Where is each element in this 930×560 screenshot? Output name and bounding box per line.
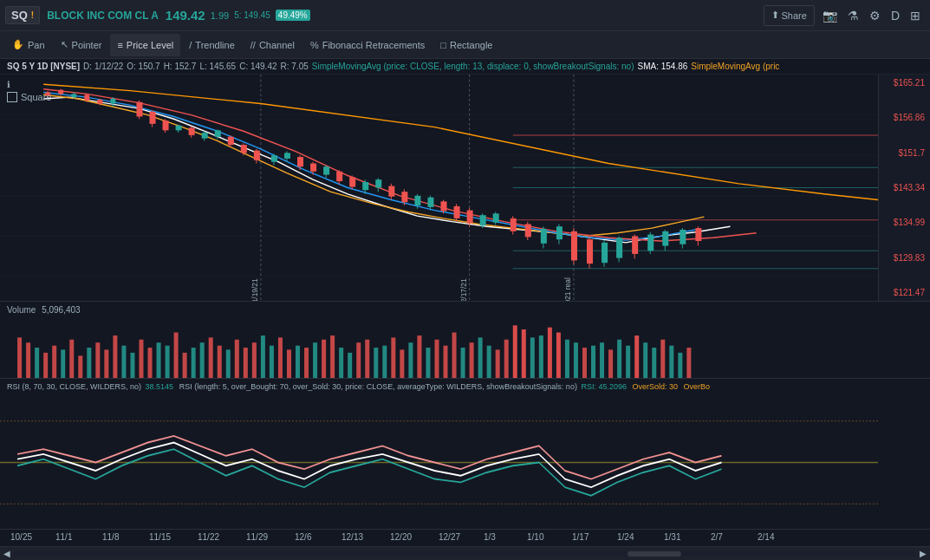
svg-rect-97: [616, 238, 622, 257]
time-110: 1/10: [527, 532, 543, 542]
camera-icon-btn[interactable]: 📷: [818, 6, 842, 25]
share-button[interactable]: ⬆ Share: [764, 5, 815, 26]
svg-rect-179: [591, 346, 595, 378]
price-display: 149.42 1.99 5: 149.45 49.49%: [166, 8, 310, 23]
rectangle-icon: □: [440, 40, 446, 50]
price-129: $129.83: [881, 253, 928, 263]
scroll-left[interactable]: ◀: [3, 549, 10, 558]
svg-rect-99: [632, 236, 638, 254]
svg-rect-95: [602, 243, 608, 263]
time-13: 1/3: [484, 532, 496, 542]
alert-icon: !: [31, 10, 34, 20]
svg-rect-190: [686, 348, 691, 378]
scroll-thumb[interactable]: [628, 551, 681, 557]
price-level-button[interactable]: ≡ Price Level: [110, 34, 180, 56]
svg-rect-101: [647, 235, 654, 251]
svg-rect-173: [539, 335, 543, 378]
price-scale: $165.21 $156.86 $151.7 $143.34 $134.99 $…: [878, 75, 930, 301]
channel-button[interactable]: // Channel: [244, 34, 302, 56]
svg-rect-121: [87, 348, 91, 378]
svg-rect-164: [461, 348, 465, 378]
time-117: 1/17: [572, 532, 589, 542]
symbol-timeframe: SQ 5 Y 1D [NYSE]: [7, 62, 80, 71]
svg-rect-163: [452, 333, 457, 379]
svg-rect-144: [287, 349, 291, 378]
rsi-chart: RSI (8, 70, 30, CLOSE, WILDERS, no) 38.5…: [0, 379, 930, 529]
svg-rect-41: [228, 137, 234, 145]
svg-rect-149: [330, 335, 335, 378]
svg-rect-89: [556, 226, 563, 239]
svg-rect-45: [254, 151, 260, 160]
svg-rect-47: [271, 155, 277, 161]
svg-rect-165: [470, 342, 474, 378]
svg-rect-51: [297, 157, 303, 166]
scroll-right[interactable]: ▶: [920, 549, 927, 558]
svg-rect-57: [336, 172, 342, 181]
svg-rect-151: [348, 353, 352, 378]
svg-rect-87: [541, 229, 547, 244]
price-main: 149.42: [166, 8, 205, 23]
svg-rect-162: [444, 346, 448, 378]
svg-text:2021 real: 2021 real: [563, 277, 572, 301]
svg-rect-181: [608, 349, 613, 378]
volume-chart: Volume 5,096,403: [0, 302, 930, 379]
svg-rect-27: [136, 102, 142, 117]
svg-rect-167: [487, 346, 491, 378]
svg-rect-170: [513, 325, 517, 378]
svg-rect-176: [565, 340, 569, 378]
svg-rect-113: [17, 337, 22, 378]
drawing-toolbar: ✋ Pan ↖ Pointer ≡ Price Level / Trendlin…: [0, 31, 930, 59]
svg-rect-115: [35, 348, 39, 378]
candlestick-chart: 11/19/21 12/17/21 2021 real: [0, 75, 878, 301]
channel-icon: //: [250, 40, 256, 50]
chart-container: ℹ Square: [0, 75, 930, 529]
price-change: 1.99: [211, 10, 229, 21]
svg-rect-114: [26, 342, 30, 378]
svg-rect-188: [669, 346, 673, 378]
svg-rect-159: [417, 335, 421, 378]
top-toolbar: SQ ! BLOCK INC COM CL A 149.42 1.99 5: 1…: [0, 0, 930, 31]
fibonacci-button[interactable]: % Fibonacci Retracements: [303, 34, 432, 56]
svg-rect-85: [525, 224, 531, 237]
pan-button[interactable]: ✋ Pan: [5, 34, 52, 56]
sma2-params: SimpleMovingAvg (pric: [691, 62, 779, 71]
svg-rect-154: [374, 348, 378, 378]
svg-rect-59: [349, 177, 355, 186]
svg-rect-157: [400, 349, 404, 378]
main-chart[interactable]: ℹ Square: [0, 75, 930, 302]
share-icon: ⬆: [771, 10, 779, 21]
settings-icon-btn[interactable]: ⚙: [865, 6, 885, 25]
svg-rect-65: [388, 186, 394, 197]
svg-rect-182: [617, 340, 621, 378]
chart-info-label: ℹ: [7, 80, 10, 89]
price-level-icon: ≡: [117, 40, 122, 50]
svg-rect-125: [121, 346, 126, 378]
svg-rect-129: [157, 342, 161, 378]
svg-rect-105: [680, 230, 686, 244]
volume-label: Volume 5,096,403: [7, 305, 81, 315]
rectangle-button[interactable]: □ Rectangle: [433, 34, 499, 56]
svg-rect-140: [252, 342, 257, 378]
toolbar-icons: 📷 ⚗ ⚙ D ⊞: [818, 6, 925, 25]
svg-rect-39: [215, 130, 221, 136]
flask-icon-btn[interactable]: ⚗: [843, 6, 863, 25]
sma1-val: SMA: 154.86: [637, 62, 687, 71]
svg-rect-143: [278, 337, 283, 378]
chart-date: D: 1/12/22: [83, 62, 123, 71]
svg-rect-166: [478, 337, 483, 378]
d-label-btn[interactable]: D: [887, 6, 904, 25]
info-icon: ℹ: [7, 80, 10, 89]
time-1025: 10/25: [10, 532, 32, 542]
svg-rect-174: [548, 328, 552, 378]
pointer-button[interactable]: ↖ Pointer: [54, 34, 109, 56]
time-1115: 11/15: [149, 532, 171, 542]
trendline-button[interactable]: / Trendline: [182, 34, 242, 56]
layout-icon-btn[interactable]: ⊞: [906, 6, 925, 25]
svg-rect-17: [58, 90, 63, 94]
svg-rect-71: [427, 198, 433, 207]
symbol-box[interactable]: SQ !: [5, 6, 40, 24]
svg-rect-107: [695, 228, 701, 241]
svg-rect-171: [522, 329, 526, 378]
square-label: Square: [7, 92, 51, 102]
price-165: $165.21: [881, 78, 928, 88]
